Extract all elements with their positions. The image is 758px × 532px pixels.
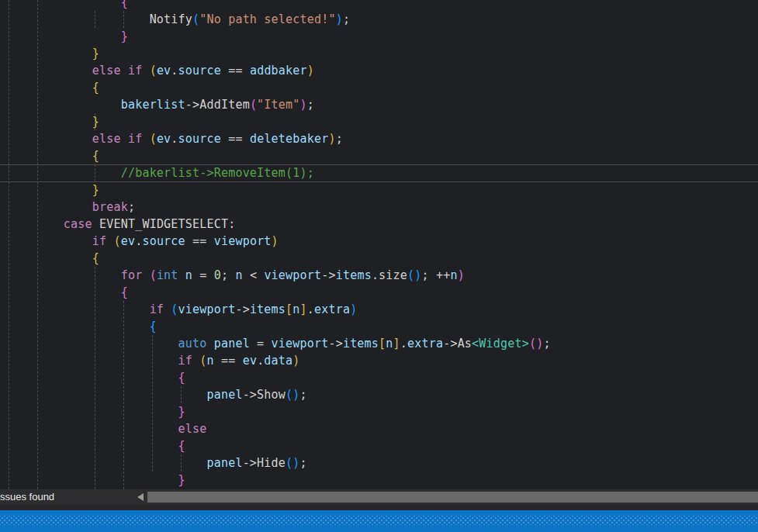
code-token: -> — [328, 337, 342, 351]
code-line[interactable]: { — [6, 369, 758, 386]
indent-whitespace — [6, 388, 206, 402]
indent-whitespace — [6, 200, 92, 214]
horizontal-scrollbar-thumb[interactable] — [147, 492, 758, 503]
status-bar-progress-texture — [0, 516, 758, 525]
code-token: ( — [286, 456, 292, 470]
code-token: ) — [272, 234, 279, 248]
code-token: source — [142, 234, 185, 248]
code-token: if — [150, 302, 164, 316]
code-line[interactable]: } — [6, 181, 758, 199]
code-line[interactable]: } — [6, 403, 758, 420]
code-token: items — [343, 337, 379, 351]
code-token: { — [150, 320, 157, 333]
code-token: ) — [307, 64, 314, 78]
code-line[interactable]: else — [6, 420, 758, 437]
code-token: ) — [300, 98, 307, 112]
code-token: } — [178, 473, 185, 487]
code-line-highlighted[interactable]: //bakerlist->RemoveItem(1); — [6, 164, 758, 181]
indent-whitespace — [6, 29, 121, 43]
code-text[interactable]: { Notify("No path selected!"); } } else … — [6, 0, 758, 489]
code-line[interactable]: else if (ev.source == deletebaker); — [6, 130, 758, 147]
code-line[interactable]: { — [6, 79, 758, 96]
code-token: -> — [321, 268, 335, 282]
indent-whitespace — [6, 251, 92, 265]
code-token: ev — [157, 64, 171, 78]
code-token: ) — [350, 302, 357, 316]
bottom-divider — [0, 505, 758, 510]
code-line[interactable]: if (ev.source == viewport) — [6, 233, 758, 250]
code-line[interactable]: { — [6, 318, 758, 335]
indent-whitespace — [6, 439, 178, 453]
code-token: ( — [407, 268, 414, 282]
code-line[interactable]: } — [6, 113, 758, 130]
code-token: ++ — [436, 268, 450, 282]
indent-whitespace — [6, 337, 178, 351]
code-line[interactable]: { — [6, 0, 758, 11]
code-token: : — [228, 217, 235, 231]
code-token: > — [522, 337, 529, 351]
code-token: data — [264, 354, 292, 368]
code-token: . — [400, 337, 407, 351]
code-token: //bakerlist->RemoveItem(1); — [121, 166, 314, 180]
code-token: . — [171, 132, 178, 146]
code-token: else — [92, 132, 121, 146]
code-line[interactable]: auto panel = viewport->items[n].extra->A… — [6, 335, 758, 352]
code-line[interactable]: if (viewport->items[n].extra) — [6, 301, 758, 318]
code-token: panel — [214, 337, 250, 351]
code-token: } — [92, 115, 99, 129]
status-bar — [0, 510, 758, 532]
code-token: -> — [243, 388, 257, 402]
indent-whitespace — [6, 268, 121, 282]
code-line[interactable]: { — [6, 250, 758, 267]
editor-bottom-bar: ssues found — [0, 489, 758, 505]
code-token: ( — [250, 98, 257, 112]
code-line[interactable]: else if (ev.source == addbaker) — [6, 62, 758, 79]
code-token: ( — [529, 337, 536, 351]
code-token: ; — [343, 12, 350, 26]
code-line[interactable]: bakerlist->AddItem("Item"); — [6, 96, 758, 113]
code-token: = — [250, 337, 272, 351]
code-line[interactable]: case EVENT_WIDGETSELECT: — [6, 216, 758, 233]
code-line[interactable]: for (int n = 0; n < viewport->items.size… — [6, 267, 758, 284]
scrollbar-left-arrow-icon[interactable] — [137, 493, 144, 501]
code-token: ] — [393, 337, 400, 351]
issues-status-indicator[interactable]: ssues found — [0, 489, 54, 505]
code-token: == — [221, 132, 250, 146]
code-token — [92, 217, 99, 231]
code-line[interactable]: panel->Show(); — [6, 386, 758, 403]
code-token: -> — [235, 302, 249, 316]
code-editor-pane[interactable]: { Notify("No path selected!"); } } else … — [0, 0, 758, 489]
code-token: } — [92, 47, 99, 60]
code-token — [178, 268, 185, 282]
indent-whitespace — [6, 98, 121, 112]
code-token: < — [243, 268, 265, 282]
code-line[interactable]: break; — [6, 199, 758, 216]
code-line[interactable]: panel->Hide(); — [6, 454, 758, 472]
code-line[interactable]: { — [6, 284, 758, 301]
indent-whitespace — [6, 405, 178, 419]
code-token: -> — [185, 98, 199, 112]
code-line[interactable]: } — [6, 472, 758, 489]
code-token: . — [307, 302, 314, 316]
code-line[interactable]: { — [6, 147, 758, 164]
code-token: Widget — [479, 337, 521, 351]
code-token: = — [192, 268, 214, 282]
indent-whitespace — [6, 354, 178, 368]
code-line[interactable]: { — [6, 437, 758, 454]
code-line[interactable]: } — [6, 45, 758, 62]
code-token: Notify — [150, 12, 192, 26]
code-token: ; — [422, 268, 436, 282]
code-line[interactable]: Notify("No path selected!"); — [6, 11, 758, 28]
code-token: { — [178, 371, 185, 385]
code-token — [206, 337, 213, 351]
code-token: n — [292, 302, 299, 316]
code-line[interactable]: if (n == ev.data) — [6, 352, 758, 369]
code-token: ) — [458, 268, 465, 282]
code-token: ) — [292, 354, 299, 368]
indent-whitespace — [6, 473, 178, 487]
code-token: extra — [407, 337, 443, 351]
code-token: ( — [171, 302, 178, 316]
code-line[interactable]: } — [6, 28, 758, 45]
code-token: items — [250, 302, 286, 316]
code-token: if — [128, 64, 142, 78]
